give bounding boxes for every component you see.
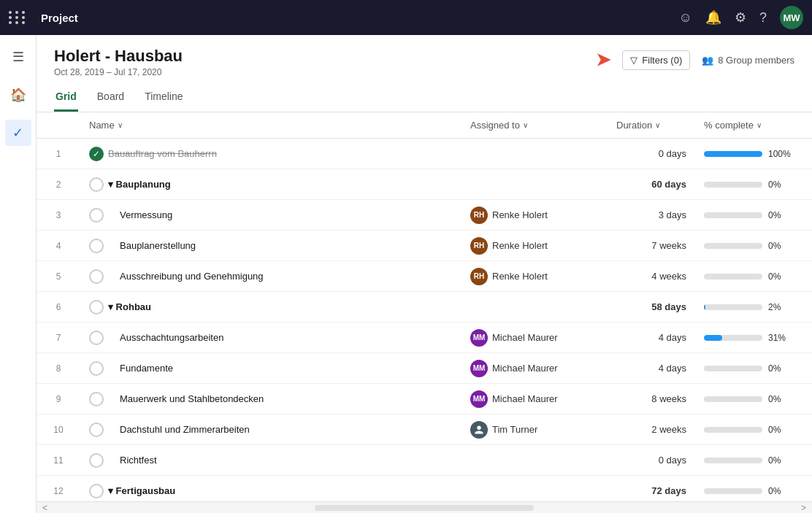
table-row[interactable]: 2▾ Bauplanung60 days0% xyxy=(37,169,812,200)
percent-complete-cell: 0% xyxy=(695,450,812,471)
percent-label-text: 2% xyxy=(768,302,792,312)
table-row[interactable]: 3VermessungRHRenke Holert3 days0% xyxy=(37,200,812,231)
col-duration[interactable]: Duration ∨ xyxy=(608,112,695,138)
task-status-icon[interactable] xyxy=(89,361,104,376)
assignee-avatar: MM xyxy=(470,329,488,347)
task-name-text: Ausschreibung und Genehmigung xyxy=(108,271,264,282)
assignee-name-text: Michael Maurer xyxy=(492,393,558,404)
percent-label-text: 31% xyxy=(768,333,792,343)
task-name-text: ▾ Fertigausbau xyxy=(108,485,175,496)
task-name-text: Ausschachtungsarbeiten xyxy=(108,332,223,343)
table-row[interactable]: 4BauplanerstellungRHRenke Holert7 weeks0… xyxy=(37,231,812,261)
task-name-cell: Vermessung xyxy=(80,202,461,228)
task-status-icon[interactable] xyxy=(89,269,104,284)
assignee-cell xyxy=(461,455,608,466)
table-row[interactable]: 11Richtfest0 days0% xyxy=(37,445,812,476)
group-members-label: 8 Group members xyxy=(718,55,794,66)
sidebar-check-icon[interactable]: ✓ xyxy=(5,120,31,146)
row-number: 2 xyxy=(37,174,80,196)
table-row[interactable]: 7AusschachtungsarbeitenMMMichael Maurer4… xyxy=(37,323,812,353)
tab-timeline[interactable]: Timeline xyxy=(143,86,184,112)
help-icon[interactable]: ? xyxy=(759,10,767,26)
assignee-name-text: Renke Holert xyxy=(492,209,548,220)
col-assigned-sort-icon: ∨ xyxy=(523,121,528,129)
table-row[interactable]: 9Mauerwerk und StahlbetondeckenMMMichael… xyxy=(37,384,812,414)
progress-bar-fill xyxy=(704,335,722,341)
col-complete[interactable]: % complete ∨ xyxy=(695,112,812,138)
top-bar-actions: ☺ 🔔 ⚙ ? MW xyxy=(679,6,803,29)
emoji-icon[interactable]: ☺ xyxy=(679,10,692,26)
duration-cell: 8 weeks xyxy=(608,387,695,410)
arrow-indicator: ➤ xyxy=(596,50,610,70)
app-title: Project xyxy=(41,12,78,24)
table-row[interactable]: 10Dachstuhl und ZimmerarbeitenTim Turner… xyxy=(37,414,812,445)
task-name-text: Vermessung xyxy=(108,209,172,220)
table-body: 1✓Bauauftrag vom Bauherrn0 days100%2▾ Ba… xyxy=(37,139,812,501)
project-dates: Oct 28, 2019 – Jul 17, 2020 xyxy=(54,67,183,77)
table-row[interactable]: 6▾ Rohbau58 days2% xyxy=(37,292,812,323)
percent-label-text: 0% xyxy=(768,180,792,190)
duration-cell: 7 weeks xyxy=(608,234,695,257)
percent-label-text: 0% xyxy=(768,486,792,496)
task-status-icon[interactable] xyxy=(89,453,104,468)
task-name-cell: Mauerwerk und Stahlbetondecken xyxy=(80,386,461,412)
assignee-cell xyxy=(461,485,608,497)
col-num xyxy=(37,112,80,138)
row-number: 7 xyxy=(37,327,80,349)
col-assigned[interactable]: Assigned to ∨ xyxy=(461,112,608,138)
tab-board[interactable]: Board xyxy=(96,86,126,112)
percent-complete-cell: 2% xyxy=(695,296,812,318)
col-name[interactable]: Name ∨ xyxy=(80,112,461,138)
col-complete-sort-icon: ∨ xyxy=(757,121,762,129)
filters-button[interactable]: ▽ Filters (0) xyxy=(622,50,690,70)
sidebar-menu-icon[interactable]: ☰ xyxy=(5,44,31,70)
task-status-icon[interactable] xyxy=(89,239,104,253)
assignee-avatar xyxy=(470,421,488,439)
percent-label-text: 0% xyxy=(768,394,792,404)
progress-bar-background xyxy=(704,458,762,463)
bell-icon[interactable]: 🔔 xyxy=(705,9,721,26)
row-number: 3 xyxy=(37,204,80,226)
user-avatar[interactable]: MW xyxy=(780,6,803,29)
group-members-button[interactable]: 👥 8 Group members xyxy=(702,55,794,66)
duration-cell: 3 days xyxy=(608,204,695,226)
col-duration-sort-icon: ∨ xyxy=(655,121,660,129)
progress-bar-background xyxy=(704,212,762,218)
scroll-right-icon[interactable]: > xyxy=(795,503,812,513)
task-status-icon[interactable] xyxy=(89,392,104,406)
duration-cell: 58 days xyxy=(608,296,695,318)
assignee-avatar: MM xyxy=(470,360,488,377)
sidebar-home-icon[interactable]: 🏠 xyxy=(5,82,31,108)
task-name-cell: Bauplanerstellung xyxy=(80,233,461,259)
tab-grid[interactable]: Grid xyxy=(54,86,78,112)
assignee-cell xyxy=(461,179,608,190)
assignee-name-text: Renke Holert xyxy=(492,271,548,282)
scroll-left-icon[interactable]: < xyxy=(37,503,53,513)
project-info: Holert - Hausbau Oct 28, 2019 – Jul 17, … xyxy=(54,47,183,77)
row-number: 12 xyxy=(37,480,80,502)
task-status-icon[interactable] xyxy=(89,331,104,345)
table-row[interactable]: 12▾ Fertigausbau72 days0% xyxy=(37,476,812,501)
filters-label: Filters (0) xyxy=(642,55,682,66)
row-number: 11 xyxy=(37,450,80,471)
horizontal-scrollbar[interactable]: < > xyxy=(37,501,812,513)
scrollbar-track[interactable] xyxy=(315,505,534,511)
table-row[interactable]: 8FundamenteMMMichael Maurer4 days0% xyxy=(37,353,812,384)
task-status-icon[interactable] xyxy=(89,423,104,437)
table-row[interactable]: 5Ausschreibung und GenehmigungRHRenke Ho… xyxy=(37,261,812,292)
task-status-icon[interactable]: ✓ xyxy=(89,147,104,161)
settings-icon[interactable]: ⚙ xyxy=(735,9,746,26)
task-name-cell: ▾ Bauplanung xyxy=(80,171,461,198)
progress-bar-fill xyxy=(704,151,762,157)
col-assigned-label: Assigned to xyxy=(470,120,520,131)
assignee-cell: RHRenke Holert xyxy=(461,201,608,230)
task-status-icon[interactable] xyxy=(89,208,104,223)
table-row[interactable]: 1✓Bauauftrag vom Bauherrn0 days100% xyxy=(37,139,812,169)
assignee-cell: MMMichael Maurer xyxy=(461,323,608,352)
percent-label-text: 0% xyxy=(768,210,792,220)
task-status-icon[interactable] xyxy=(89,177,104,192)
percent-complete-cell: 0% xyxy=(695,480,812,502)
task-status-icon[interactable] xyxy=(89,484,104,498)
apps-menu-icon[interactable] xyxy=(9,11,26,24)
task-status-icon[interactable] xyxy=(89,300,104,315)
